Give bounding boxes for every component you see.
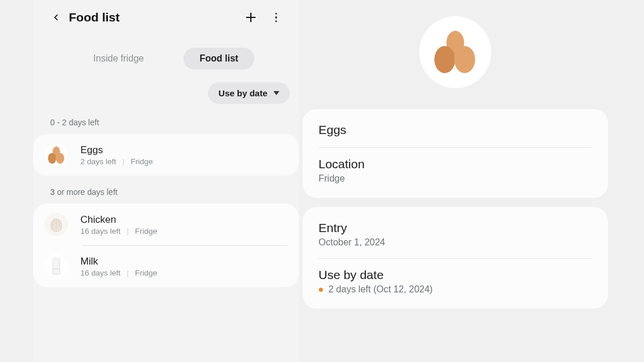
- svg-point-3: [48, 153, 56, 164]
- food-meta: 16 days left | Fridge: [81, 269, 157, 277]
- food-thumb: [45, 255, 68, 278]
- detail-image: [419, 16, 491, 88]
- tab-inside-fridge[interactable]: Inside fridge: [77, 48, 160, 70]
- eggs-icon: [429, 29, 481, 75]
- meta-separator: |: [123, 157, 125, 166]
- food-group: Chicken 16 days left | Fridge Milk: [33, 204, 299, 287]
- meta-separator: |: [127, 269, 129, 277]
- warning-dot-icon: [319, 288, 323, 292]
- food-days: 16 days left: [81, 269, 121, 277]
- dot-icon: [275, 13, 278, 15]
- chevron-left-icon: [52, 13, 61, 22]
- meta-separator: |: [127, 227, 129, 236]
- tab-food-list[interactable]: Food list: [184, 48, 255, 70]
- back-button[interactable]: [48, 9, 64, 26]
- food-name: Milk: [81, 256, 157, 267]
- list-pane: Food list Inside fridge Food list: [33, 0, 299, 362]
- detail-card-dates: Entry October 1, 2024 Use by date 2 days…: [303, 207, 608, 309]
- app-root: Food list Inside fridge Food list: [33, 0, 611, 362]
- food-location: Fridge: [131, 157, 153, 166]
- add-button[interactable]: [243, 10, 258, 25]
- tab-bar: Inside fridge Food list: [33, 48, 299, 70]
- group-label: 3 or more days left: [33, 179, 299, 200]
- food-info: Milk 16 days left | Fridge: [81, 256, 157, 277]
- food-thumb: [45, 213, 68, 236]
- food-item-chicken[interactable]: Chicken 16 days left | Fridge: [33, 204, 299, 245]
- detail-pane: Eggs Location Fridge Entry October 1, 20…: [299, 0, 611, 362]
- milk-icon: [49, 256, 63, 276]
- more-menu-button[interactable]: [269, 10, 284, 25]
- food-location: Fridge: [135, 269, 157, 277]
- eggs-icon: [46, 146, 67, 164]
- detail-location-label: Location: [319, 148, 592, 171]
- header-bar: Food list: [33, 8, 299, 30]
- dot-icon: [275, 16, 278, 19]
- food-item-eggs[interactable]: Eggs 2 days left | Fridge: [33, 134, 299, 176]
- food-name: Chicken: [81, 214, 157, 226]
- food-group: Eggs 2 days left | Fridge: [33, 134, 299, 176]
- food-thumb: [45, 143, 68, 166]
- svg-rect-6: [53, 269, 60, 274]
- group-label: 0 - 2 days left: [33, 110, 299, 131]
- detail-card-basic: Eggs Location Fridge: [303, 109, 608, 198]
- detail-useby-row: 2 days left (Oct 12, 2024): [319, 282, 592, 295]
- svg-point-4: [56, 153, 64, 164]
- detail-name: Eggs: [319, 123, 592, 147]
- detail-useby-value: 2 days left (Oct 12, 2024): [329, 284, 433, 295]
- food-info: Eggs 2 days left | Fridge: [81, 144, 153, 166]
- svg-point-9: [454, 46, 475, 73]
- page-title: Food list: [69, 10, 243, 24]
- sort-dropdown[interactable]: Use by date: [208, 82, 289, 104]
- detail-entry-value: October 1, 2024: [319, 235, 592, 258]
- food-meta: 2 days left | Fridge: [81, 157, 153, 166]
- detail-location-value: Fridge: [319, 171, 592, 184]
- sort-label: Use by date: [218, 88, 267, 98]
- food-days: 2 days left: [81, 157, 117, 166]
- dot-icon: [275, 20, 278, 23]
- food-location: Fridge: [135, 227, 157, 236]
- chicken-icon: [47, 215, 66, 234]
- sort-row: Use by date: [33, 70, 299, 110]
- svg-point-8: [434, 46, 455, 73]
- food-days: 16 days left: [81, 227, 121, 236]
- detail-useby-label: Use by date: [319, 259, 592, 282]
- food-item-milk[interactable]: Milk 16 days left | Fridge: [33, 245, 299, 287]
- header-actions: [243, 10, 284, 25]
- detail-entry-label: Entry: [319, 221, 592, 235]
- chevron-down-icon: [274, 91, 279, 95]
- food-info: Chicken 16 days left | Fridge: [81, 214, 157, 236]
- plus-icon: [244, 10, 258, 24]
- food-name: Eggs: [81, 144, 153, 156]
- food-meta: 16 days left | Fridge: [81, 227, 157, 236]
